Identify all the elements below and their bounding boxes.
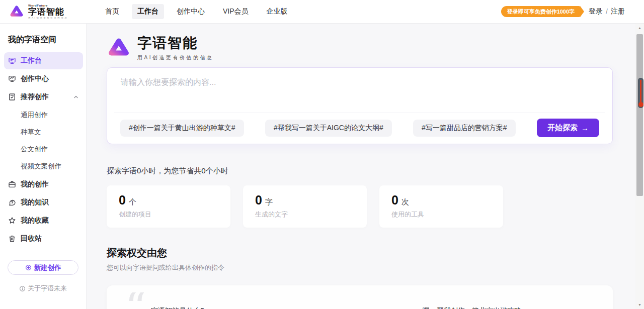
app-window: WordFuture 字语智能 用AI创造更有价值的信息 首页 工作台 创作中心…	[0, 0, 644, 309]
sidebar-item-label: 我的知识	[21, 198, 49, 207]
brand-triangle-logo-icon	[9, 4, 24, 19]
stat-card-projects: 0 个 创建的项目	[107, 185, 230, 228]
new-creation-button[interactable]: 新建创作	[8, 260, 78, 275]
brand-super-label: WordFuture	[28, 4, 73, 7]
new-creation-label: 新建创作	[34, 263, 61, 272]
about-wordfuture-link[interactable]: 关于字语未来	[0, 284, 86, 293]
nav-item-creation-center[interactable]: 创作中心	[171, 4, 210, 19]
login-register-area: 登录 / 注册	[589, 7, 625, 16]
nav-item-enterprise[interactable]: 企业版	[261, 4, 293, 19]
search-input[interactable]	[107, 68, 612, 113]
info-circle-icon	[19, 285, 26, 292]
hero-brand-name: 字语智能	[137, 34, 213, 53]
workbench-monitor-icon	[8, 57, 16, 65]
suggestion-chip-aigc-outline[interactable]: #帮我写一篇关于AIGC的论文大纲#	[265, 120, 392, 137]
sidebar-item-label: 我的创作	[21, 180, 49, 189]
sidebar-subitem-video-copy[interactable]: 视频文案创作	[0, 158, 86, 175]
sidebar-item-label: 我的收藏	[21, 216, 49, 225]
top-nav: 首页 工作台 创作中心 VIP会员 企业版	[100, 4, 293, 19]
sidebar-subitem-general-creation[interactable]: 通用创作	[0, 107, 86, 124]
brand-tiny-tagline: 用AI创造更有价值的信息	[28, 17, 73, 20]
sidebar-item-label: 工作台	[21, 56, 42, 65]
stat-label: 生成的文字	[255, 210, 355, 219]
sidebar-title: 我的字语空间	[0, 31, 86, 51]
scroll-up-arrow-icon[interactable]: ▲	[635, 26, 644, 30]
creation-center-icon	[8, 75, 16, 83]
login-promo-badge[interactable]: 登录即可享免费创作1000字	[501, 6, 581, 17]
suggestion-chip-huangshan[interactable]: #创作一篇关于黄山出游的种草文#	[120, 120, 244, 137]
recommend-board-icon	[8, 93, 16, 101]
sidebar-item-label: 推荐创作	[21, 92, 49, 101]
quote-mark-icon: “	[125, 292, 144, 309]
nav-item-home[interactable]: 首页	[100, 4, 125, 19]
section-subtitle: 您可以向字语提问或给出具体创作的指令	[107, 263, 613, 272]
sidebar-item-creation-center[interactable]: 创作中心	[4, 70, 83, 87]
stat-unit: 次	[401, 197, 409, 207]
example-quote-card: “ 字语智能是什么? 嘿，帮我创作一篇北京出游攻略	[107, 285, 613, 309]
sidebar-item-favorites[interactable]: 我的收藏	[4, 212, 83, 229]
search-card: #创作一篇关于黄山出游的种草文# #帮我写一篇关于AIGC的论文大纲# #写一篇…	[107, 67, 613, 144]
top-header: WordFuture 字语智能 用AI创造更有价值的信息 首页 工作台 创作中心…	[0, 0, 644, 24]
scrollbar-thumb[interactable]	[636, 34, 643, 196]
main-content: 字语智能 用AI创造更有价值的信息 #创作一篇关于黄山出游的种草文# #帮我写一…	[87, 24, 635, 309]
explore-section-head: 探索权交由您 您可以向字语提问或给出具体创作的指令	[107, 246, 613, 272]
section-title: 探索权交由您	[107, 246, 613, 260]
trash-icon	[8, 235, 16, 243]
sidebar-item-recommend[interactable]: 推荐创作	[4, 88, 83, 106]
scroll-down-arrow-icon[interactable]: ▼	[635, 303, 644, 306]
sidebar-item-my-creations[interactable]: 我的创作	[4, 176, 83, 193]
briefcase-icon	[8, 180, 16, 188]
nav-item-vip[interactable]: VIP会员	[217, 4, 254, 19]
login-separator: /	[606, 8, 608, 16]
sidebar-item-my-knowledge[interactable]: 我的知识	[4, 194, 83, 211]
star-icon	[8, 217, 16, 225]
sidebar-subitem-seeding-article[interactable]: 种草文	[0, 124, 86, 141]
hero-text: 字语智能 用AI创造更有价值的信息	[137, 34, 213, 61]
stat-unit: 个	[129, 197, 136, 207]
stat-card-words: 0 字 生成的文字	[243, 185, 367, 228]
stat-label: 使用的工具	[391, 210, 491, 219]
stats-row: 0 个 创建的项目 0 字 生成的文字 0 次 使用的工具	[107, 185, 613, 228]
arrow-right-icon: →	[581, 124, 589, 132]
hero-tagline: 用AI创造更有价值的信息	[137, 54, 213, 61]
thermometer-indicator-icon	[638, 78, 643, 108]
start-explore-label: 开始探索	[547, 123, 578, 133]
sidebar-item-recycle-bin[interactable]: 回收站	[4, 230, 83, 247]
stat-unit: 字	[265, 197, 273, 207]
sidebar: 我的字语空间 工作台 创作中心 推荐创作	[0, 24, 87, 309]
brand-name-label: 字语智能	[28, 8, 73, 16]
brand-text: WordFuture 字语智能 用AI创造更有价值的信息	[28, 4, 73, 20]
stat-value: 0	[255, 193, 262, 208]
suggestion-chip-row: #创作一篇关于黄山出游的种草文# #帮我写一篇关于AIGC的论文大纲# #写一篇…	[114, 113, 605, 144]
chat-question-icon	[8, 198, 16, 207]
quote-question: 字语智能是什么?	[151, 306, 204, 309]
nav-item-workbench[interactable]: 工作台	[132, 4, 164, 19]
start-explore-button[interactable]: 开始探索 →	[537, 119, 599, 137]
header-brand[interactable]: WordFuture 字语智能 用AI创造更有价值的信息	[0, 4, 96, 20]
sidebar-item-workbench[interactable]: 工作台	[4, 52, 83, 69]
plus-circle-icon	[25, 264, 32, 271]
stats-summary-line: 探索字语0小时，为您节省共0个小时	[107, 166, 613, 176]
hero-brand: 字语智能 用AI创造更有价值的信息	[107, 34, 613, 61]
register-link[interactable]: 注册	[611, 7, 625, 16]
quote-answer-prompt: 嘿，帮我创作一篇北京出游攻略	[423, 306, 521, 309]
hero-triangle-logo-icon	[107, 36, 131, 60]
header-right: 登录即可享免费创作1000字 登录 / 注册	[501, 6, 644, 17]
vertical-scrollbar[interactable]: ▲ ▼	[635, 24, 644, 309]
login-link[interactable]: 登录	[589, 7, 603, 16]
stat-value: 0	[119, 193, 126, 208]
sidebar-item-label: 创作中心	[21, 74, 49, 83]
chevron-up-icon[interactable]	[73, 94, 79, 100]
sidebar-item-label: 回收站	[21, 234, 42, 243]
stat-value: 0	[391, 193, 398, 208]
stat-label: 创建的项目	[119, 210, 218, 219]
sidebar-subitem-official-doc[interactable]: 公文创作	[0, 141, 86, 158]
about-label: 关于字语未来	[28, 284, 67, 293]
stat-card-tools: 0 次 使用的工具	[379, 185, 503, 228]
suggestion-chip-dessert-marketing[interactable]: #写一篇甜品店的营销方案#	[413, 120, 516, 137]
